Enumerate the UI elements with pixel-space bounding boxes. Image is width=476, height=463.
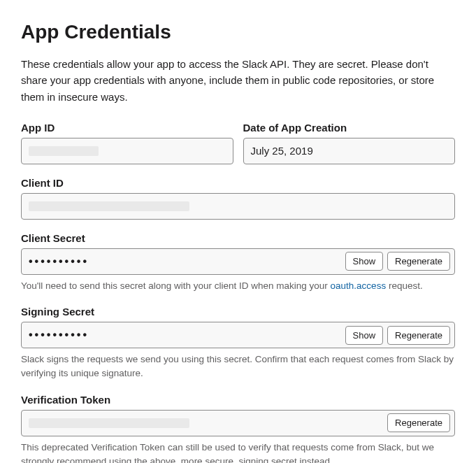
- signing-secret-regenerate-button[interactable]: Regenerate: [387, 326, 450, 345]
- intro-text: These credentials allow your app to acce…: [21, 56, 455, 105]
- client-secret-regenerate-button[interactable]: Regenerate: [387, 252, 450, 271]
- client-secret-show-button[interactable]: Show: [345, 252, 384, 271]
- client-id-label: Client ID: [21, 177, 455, 189]
- client-id-field: [21, 193, 455, 220]
- signing-secret-show-button[interactable]: Show: [345, 326, 384, 345]
- verification-token-regenerate-button[interactable]: Regenerate: [387, 413, 450, 432]
- verification-token-value-redacted: [29, 418, 189, 428]
- client-secret-field: •••••••••• Show Regenerate: [21, 248, 455, 275]
- client-secret-label: Client Secret: [21, 232, 455, 244]
- verification-token-label: Verification Token: [21, 394, 455, 406]
- signing-secret-label: Signing Secret: [21, 306, 455, 318]
- app-id-field: [21, 138, 233, 164]
- client-secret-masked: ••••••••••: [29, 255, 89, 268]
- app-id-label: App ID: [21, 122, 233, 134]
- client-secret-hint: You'll need to send this secret along wi…: [21, 279, 455, 293]
- client-secret-hint-post: request.: [386, 280, 423, 291]
- date-created-label: Date of App Creation: [243, 122, 456, 134]
- oauth-access-link[interactable]: oauth.access: [331, 280, 387, 291]
- page-title: App Credentials: [21, 21, 455, 43]
- signing-secret-masked: ••••••••••: [29, 329, 89, 341]
- date-created-value: July 25, 2019: [251, 145, 313, 157]
- verification-token-hint: This deprecated Verification Token can s…: [21, 441, 455, 464]
- client-secret-hint-pre: You'll need to send this secret along wi…: [21, 280, 331, 291]
- signing-secret-hint: Slack signs the requests we send you usi…: [21, 352, 455, 381]
- signing-secret-field: •••••••••• Show Regenerate: [21, 322, 455, 348]
- app-id-value-redacted: [29, 146, 99, 156]
- client-id-value-redacted: [29, 201, 189, 211]
- date-created-field: July 25, 2019: [243, 138, 456, 164]
- verification-token-field: Regenerate: [21, 410, 455, 436]
